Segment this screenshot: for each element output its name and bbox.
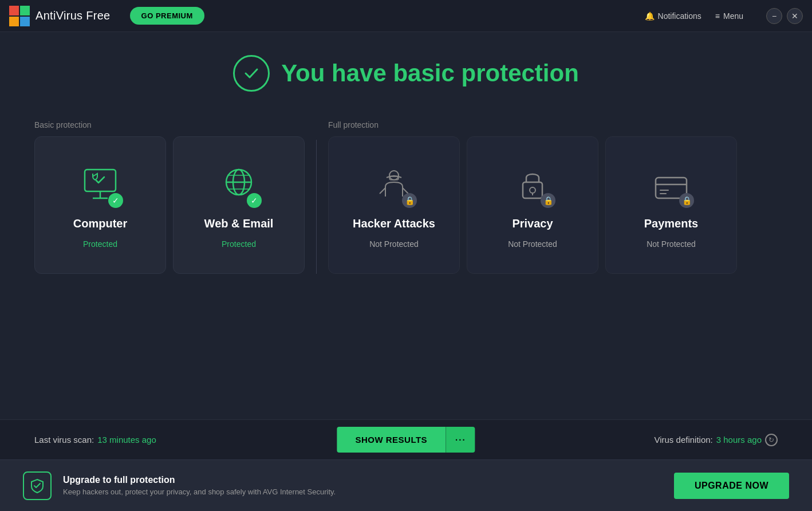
basic-protection-group: Basic protection ✓ Computer bbox=[34, 120, 305, 274]
hacker-attacks-card[interactable]: 🔒 Hacker Attacks Not Protected bbox=[328, 136, 460, 274]
payments-card-name: Payments bbox=[644, 217, 699, 230]
upgrade-now-button[interactable]: UPGRADE NOW bbox=[674, 473, 789, 499]
cards-section: Basic protection ✓ Computer bbox=[34, 120, 778, 274]
svg-line-13 bbox=[380, 188, 385, 194]
virus-def-label: Virus definition: bbox=[654, 435, 712, 445]
notifications-label: Notifications bbox=[658, 11, 701, 21]
privacy-card[interactable]: 🔒 Privacy Not Protected bbox=[467, 136, 598, 274]
bottom-scan-bar: Last virus scan: 13 minutes ago SHOW RES… bbox=[0, 419, 812, 459]
privacy-icon-wrapper: 🔒 bbox=[510, 162, 555, 208]
payments-card-status: Not Protected bbox=[647, 239, 696, 249]
scan-buttons: SHOW RESULTS ··· bbox=[337, 427, 475, 453]
upgrade-banner: Upgrade to full protection Keep hackers … bbox=[0, 459, 812, 511]
title-bar: AntiVirus Free GO PREMIUM 🔔 Notification… bbox=[0, 0, 812, 32]
basic-cards-row: ✓ Computer Protected bbox=[34, 136, 305, 274]
scan-time: 13 minutes ago bbox=[97, 435, 156, 445]
svg-rect-2 bbox=[9, 17, 19, 26]
computer-card-name: Computer bbox=[73, 217, 127, 230]
full-protection-group: Full protection bbox=[328, 120, 737, 274]
hero-text: You have basic protection bbox=[281, 60, 579, 87]
hacker-attacks-card-name: Hacker Attacks bbox=[353, 217, 435, 230]
full-protection-label: Full protection bbox=[328, 120, 737, 129]
more-options-button[interactable]: ··· bbox=[446, 427, 475, 453]
web-email-card-name: Web & Email bbox=[204, 217, 274, 230]
section-divider bbox=[316, 140, 317, 274]
menu-label: Menu bbox=[723, 11, 743, 21]
svg-rect-16 bbox=[523, 182, 542, 198]
upgrade-description: Keep hackers out, protect your privacy, … bbox=[63, 488, 336, 496]
upgrade-text: Upgrade to full protection Keep hackers … bbox=[63, 475, 336, 496]
bell-icon: 🔔 bbox=[645, 11, 655, 21]
computer-status-badge: ✓ bbox=[108, 193, 123, 208]
status-check-circle bbox=[233, 55, 270, 92]
payments-status-badge: 🔒 bbox=[679, 193, 694, 208]
payments-icon-wrapper: 🔒 bbox=[648, 162, 694, 208]
upgrade-shield-icon bbox=[23, 471, 52, 500]
check-icon bbox=[243, 65, 260, 82]
web-email-card[interactable]: ✓ Web & Email Protected bbox=[173, 136, 305, 274]
notifications-button[interactable]: 🔔 Notifications bbox=[645, 11, 701, 21]
menu-button[interactable]: ≡ Menu bbox=[715, 11, 743, 21]
avg-logo-icon bbox=[9, 6, 30, 26]
shield-icon bbox=[29, 478, 45, 494]
refresh-icon[interactable]: ↻ bbox=[765, 434, 778, 446]
virus-def-time: 3 hours ago bbox=[716, 435, 762, 445]
go-premium-button[interactable]: GO PREMIUM bbox=[130, 7, 204, 25]
computer-card[interactable]: ✓ Computer Protected bbox=[34, 136, 166, 274]
svg-point-17 bbox=[530, 187, 535, 193]
hero-prefix: You have bbox=[281, 60, 393, 87]
app-title: AntiVirus Free bbox=[36, 9, 111, 22]
svg-rect-3 bbox=[20, 17, 30, 26]
hero-highlight: basic protection bbox=[393, 60, 578, 87]
basic-protection-label: Basic protection bbox=[34, 120, 305, 129]
main-content: You have basic protection Basic protecti… bbox=[0, 32, 812, 459]
payments-card[interactable]: 🔒 Payments Not Protected bbox=[605, 136, 737, 274]
scan-label: Last virus scan: bbox=[34, 435, 94, 445]
hacker-attacks-status-badge: 🔒 bbox=[402, 193, 417, 208]
close-button[interactable]: ✕ bbox=[787, 8, 803, 24]
svg-rect-1 bbox=[20, 6, 30, 15]
title-bar-right: 🔔 Notifications ≡ Menu − ✕ bbox=[645, 8, 803, 24]
svg-rect-0 bbox=[9, 6, 19, 15]
minimize-button[interactable]: − bbox=[766, 8, 782, 24]
web-email-icon-wrapper: ✓ bbox=[216, 162, 262, 208]
full-cards-row: 🔒 Hacker Attacks Not Protected bbox=[328, 136, 737, 274]
hacker-attacks-icon-wrapper: 🔒 bbox=[371, 162, 417, 208]
privacy-status-badge: 🔒 bbox=[541, 193, 555, 208]
logo-area: AntiVirus Free GO PREMIUM bbox=[9, 6, 204, 26]
web-email-status-badge: ✓ bbox=[247, 193, 262, 208]
svg-line-14 bbox=[403, 188, 408, 194]
show-results-button[interactable]: SHOW RESULTS bbox=[337, 427, 446, 453]
virus-definition: Virus definition: 3 hours ago ↻ bbox=[654, 434, 778, 446]
privacy-card-name: Privacy bbox=[512, 217, 553, 230]
computer-card-status: Protected bbox=[83, 239, 117, 249]
privacy-card-status: Not Protected bbox=[508, 239, 557, 249]
menu-icon: ≡ bbox=[715, 11, 720, 21]
hacker-attacks-card-status: Not Protected bbox=[369, 239, 419, 249]
upgrade-title: Upgrade to full protection bbox=[63, 475, 336, 485]
computer-icon-wrapper: ✓ bbox=[77, 162, 123, 208]
web-email-card-status: Protected bbox=[222, 239, 256, 249]
hero-section: You have basic protection bbox=[34, 55, 778, 92]
window-controls: − ✕ bbox=[766, 8, 803, 24]
